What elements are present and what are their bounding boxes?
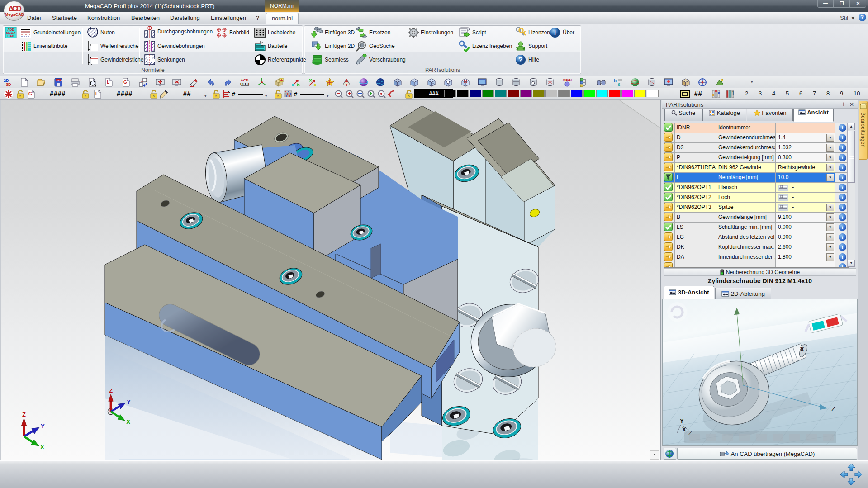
svg-text:ADD: ADD [7, 28, 14, 31]
svg-text:Y: Y [680, 417, 684, 424]
svg-text:Y: Y [127, 398, 131, 405]
svg-text:Y: Y [41, 423, 45, 430]
svg-text:Z: Z [22, 411, 26, 418]
svg-text:s: s [618, 82, 621, 87]
svg-text:CAD: CAD [7, 34, 14, 38]
svg-text:5: 5 [215, 95, 217, 98]
svg-text:X: X [126, 418, 130, 425]
svg-text:PLOT: PLOT [240, 82, 250, 86]
svg-text:L: L [107, 80, 109, 85]
svg-text:Z: Z [109, 387, 113, 394]
svg-text:Z: Z [831, 405, 835, 412]
svg-text:?: ? [518, 56, 523, 64]
svg-text:X: X [800, 345, 804, 353]
svg-text:5: 5 [85, 95, 86, 98]
svg-text:G: G [123, 80, 127, 85]
svg-text:5: 5 [153, 95, 155, 98]
svg-text:b: b [614, 78, 617, 83]
svg-text:L: L [95, 91, 98, 96]
svg-text:5: 5 [408, 95, 410, 98]
svg-text:X: X [40, 444, 44, 450]
svg-text:3D: 3D [6, 82, 11, 87]
svg-text:MEGA: MEGA [6, 31, 16, 34]
svg-text:PRT: PRT [57, 79, 62, 82]
svg-text:5: 5 [277, 95, 279, 98]
svg-text:5: 5 [19, 95, 21, 98]
svg-text:G: G [28, 91, 32, 96]
svg-text:i: i [554, 29, 556, 37]
